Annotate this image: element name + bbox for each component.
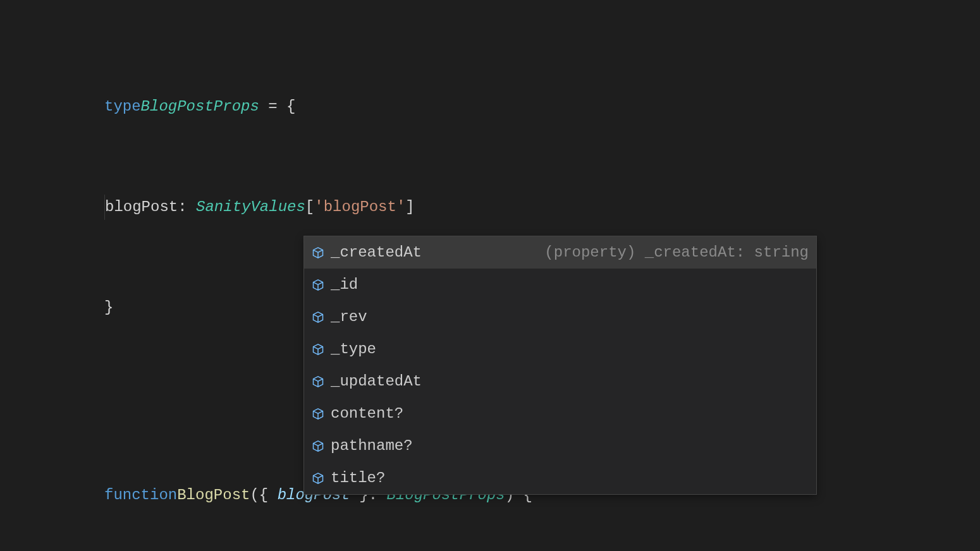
autocomplete-detail: (property) _createdAt: string (544, 240, 809, 265)
code-line[interactable]: blogPost: SanityValues['blogPost'] (104, 195, 980, 220)
punct: : (178, 195, 196, 220)
field-icon (312, 246, 324, 259)
punct: = { (259, 94, 296, 119)
autocomplete-item[interactable]: _id (304, 269, 816, 301)
field-icon (312, 440, 324, 452)
autocomplete-label: content? (331, 401, 403, 427)
autocomplete-label: title? (331, 466, 385, 491)
field-icon (312, 408, 324, 420)
type-ref: SanityValues (196, 195, 305, 220)
function-name: BlogPost (177, 483, 250, 508)
autocomplete-item[interactable]: _rev (304, 301, 816, 333)
field-icon (312, 343, 324, 356)
autocomplete-label: _id (331, 272, 358, 298)
autocomplete-item[interactable]: pathname? (304, 430, 816, 462)
autocomplete-item[interactable]: _updatedAt (304, 365, 816, 397)
punct: ] (405, 195, 414, 220)
field-icon (312, 472, 324, 485)
autocomplete-label: _updatedAt (331, 369, 422, 394)
autocomplete-item[interactable]: title? (304, 462, 816, 494)
autocomplete-item[interactable]: _createdAt(property) _createdAt: string (304, 236, 816, 269)
punct: } (104, 295, 113, 320)
punct: [ (305, 195, 314, 220)
field-icon (312, 311, 324, 324)
punct: ( (250, 483, 259, 508)
autocomplete-label: _type (331, 337, 376, 362)
field-icon (312, 375, 324, 388)
autocomplete-label: _rev (331, 305, 367, 330)
punct: { (259, 483, 278, 508)
field-icon (312, 279, 324, 291)
autocomplete-item[interactable]: _type (304, 333, 816, 365)
autocomplete-label: _createdAt (331, 240, 422, 265)
string-literal: 'blogPost' (314, 195, 405, 220)
code-line[interactable]: type BlogPostProps = { (104, 94, 980, 119)
keyword-function: function (104, 483, 177, 508)
autocomplete-popup[interactable]: _createdAt(property) _createdAt: string_… (303, 236, 817, 495)
autocomplete-item[interactable]: content? (304, 397, 816, 430)
keyword-type: type (104, 94, 141, 119)
autocomplete-label: pathname? (331, 433, 413, 459)
property-name: blogPost (105, 195, 178, 220)
type-name: BlogPostProps (141, 94, 259, 119)
